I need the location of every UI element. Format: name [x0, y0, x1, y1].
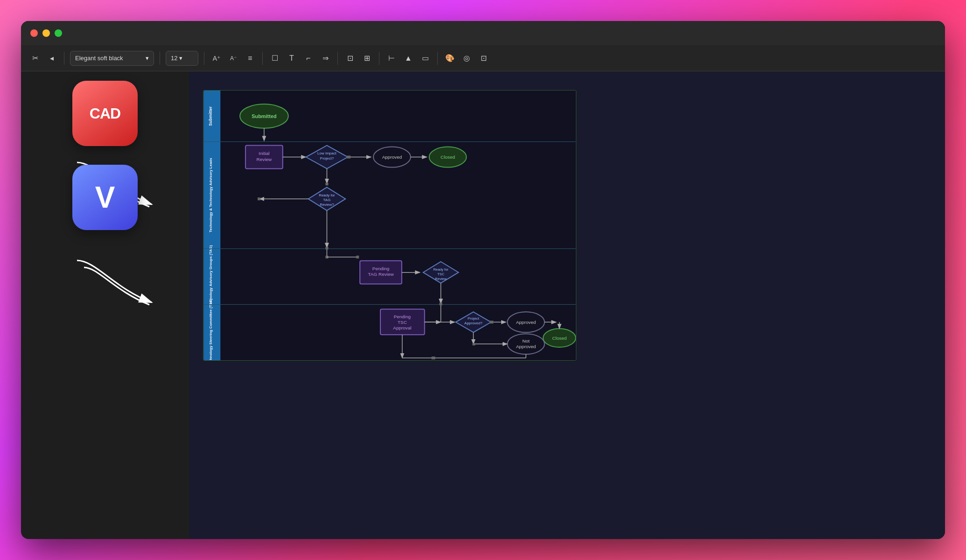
closed-2-label: Closed — [552, 336, 567, 341]
font-size-down-icon[interactable]: A⁻ — [227, 52, 240, 65]
svg-text:Low Impact: Low Impact — [317, 151, 337, 155]
flip-icon[interactable]: ▲ — [402, 52, 415, 65]
svg-rect-34 — [325, 182, 328, 185]
svg-rect-40 — [258, 197, 260, 200]
svg-text:Pending: Pending — [394, 314, 411, 319]
svg-text:Review: Review — [435, 277, 447, 281]
svg-rect-67 — [490, 321, 493, 323]
svg-rect-46 — [356, 256, 359, 259]
font-dropdown-icon: ▾ — [146, 55, 149, 62]
svg-text:Pending: Pending — [372, 266, 390, 271]
svg-text:TAG: TAG — [323, 198, 331, 202]
toolbar-divider-4 — [262, 52, 263, 65]
toolbar-divider-2 — [160, 52, 160, 65]
svg-text:Review?: Review? — [320, 203, 334, 207]
elbow-icon[interactable]: ⌐ — [302, 52, 315, 65]
svg-text:TSC: TSC — [398, 320, 407, 325]
toolbar-divider-3 — [204, 52, 204, 65]
svg-text:Project?: Project? — [320, 156, 334, 161]
layers-icon[interactable]: ⊡ — [343, 52, 357, 65]
font-size-up-icon[interactable]: A⁺ — [210, 52, 223, 65]
page-icon[interactable]: ▭ — [419, 52, 432, 65]
closed-1-label: Closed — [441, 154, 455, 160]
submitted-label: Submitted — [252, 113, 277, 119]
svg-rect-56 — [440, 302, 442, 305]
visio-app-icon[interactable]: V — [72, 165, 138, 230]
flowchart-diagram: Submitter Technology & Technology Adviso… — [203, 90, 576, 361]
close-button[interactable] — [30, 29, 38, 37]
svg-text:Approved?: Approved? — [464, 321, 483, 325]
svg-rect-79 — [472, 343, 475, 345]
main-window: ✂ ◂ Elegant soft black ▾ 12 ▾ A⁺ A⁻ ≡ ☐ … — [21, 21, 945, 539]
svg-rect-82 — [432, 357, 435, 359]
svg-text:Review: Review — [257, 157, 272, 162]
cad-app-icon[interactable]: CAD — [72, 81, 138, 146]
size-dropdown-icon: ▾ — [179, 55, 182, 62]
visio-label: V — [95, 180, 115, 215]
svg-rect-42 — [325, 247, 328, 250]
title-bar — [21, 21, 945, 45]
svg-text:Submitter: Submitter — [208, 106, 213, 126]
main-content: CAD V — [21, 71, 945, 539]
pointer-icon[interactable]: ◂ — [45, 52, 58, 65]
maximize-button[interactable] — [55, 29, 62, 37]
left-panel: CAD V — [21, 71, 189, 539]
align-left-icon[interactable]: ⊢ — [385, 52, 398, 65]
toolbar-divider-5 — [337, 52, 338, 65]
selection-arrow-icon[interactable]: ⇒ — [319, 52, 332, 65]
svg-text:TAG Review: TAG Review — [368, 272, 394, 277]
svg-text:Approved: Approved — [382, 154, 402, 160]
svg-text:Approved: Approved — [516, 320, 536, 325]
svg-text:Approved: Approved — [516, 344, 536, 349]
svg-text:Initial: Initial — [259, 151, 269, 156]
svg-rect-27 — [347, 156, 350, 159]
svg-text:Project: Project — [468, 316, 480, 321]
svg-text:Ready for: Ready for — [319, 193, 335, 197]
svg-text:Ready for: Ready for — [433, 267, 448, 272]
align-icon[interactable]: ≡ — [244, 52, 257, 65]
font-select[interactable]: Elegant soft black ▾ — [70, 51, 154, 66]
arrow-2 — [68, 251, 161, 312]
toolbar: ✂ ◂ Elegant soft black ▾ 12 ▾ A⁺ A⁻ ≡ ☐ … — [21, 45, 945, 71]
fill-color-icon[interactable]: 🎨 — [443, 52, 456, 65]
scissors-icon[interactable]: ✂ — [28, 52, 42, 65]
fit-page-icon[interactable]: ⊞ — [360, 52, 373, 65]
svg-text:Technology Advisory Groups (TA: Technology Advisory Groups (TAG) — [209, 245, 213, 308]
cad-label: CAD — [90, 105, 120, 122]
toolbar-divider-6 — [379, 52, 379, 65]
toolbar-divider-1 — [64, 52, 64, 65]
minimize-button[interactable] — [42, 29, 50, 37]
font-size-select[interactable]: 12 ▾ — [166, 51, 198, 66]
svg-text:Technology & Technology Adviso: Technology & Technology Advisory Leads — [209, 158, 213, 232]
svg-text:TSC: TSC — [437, 272, 445, 276]
traffic-lights — [30, 29, 62, 37]
text-icon[interactable]: T — [285, 52, 298, 65]
font-size-value: 12 — [171, 55, 177, 62]
svg-text:Approval: Approval — [393, 325, 411, 330]
rectangle-icon[interactable]: ☐ — [268, 52, 281, 65]
svg-text:Not: Not — [522, 338, 530, 343]
shape-color-icon[interactable]: ◎ — [460, 52, 473, 65]
svg-text:Technology Steering Committee : Technology Steering Committee (TSC) — [209, 298, 213, 361]
canvas-area[interactable]: Submitter Technology & Technology Adviso… — [189, 71, 945, 539]
crop-icon[interactable]: ⊡ — [477, 52, 490, 65]
font-name-label: Elegant soft black — [75, 55, 123, 62]
toolbar-divider-7 — [437, 52, 438, 65]
